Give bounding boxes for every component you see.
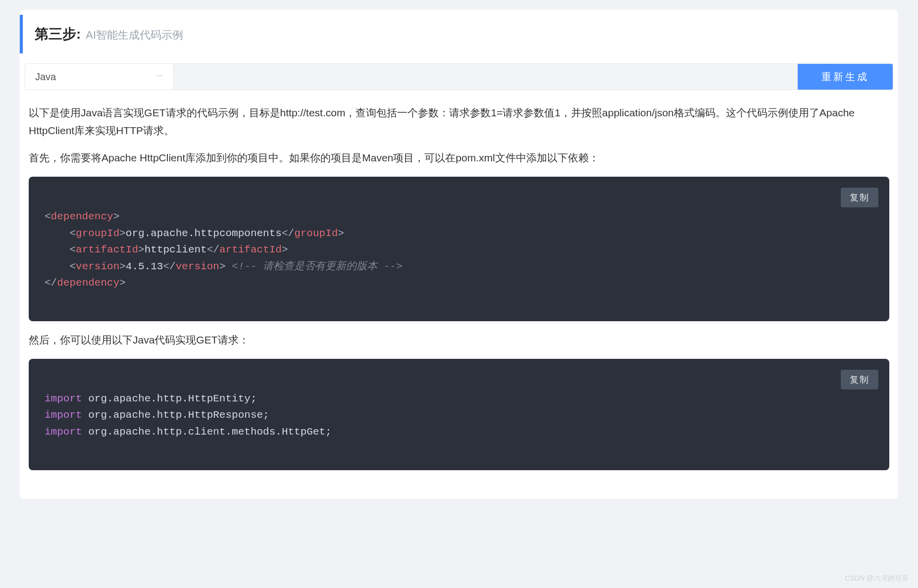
- step-subtitle: AI智能生成代码示例: [86, 28, 183, 43]
- step-header: 第三步: AI智能生成代码示例: [20, 15, 898, 53]
- copy-button[interactable]: 复制: [841, 188, 878, 207]
- regenerate-button[interactable]: 重新生成: [798, 64, 893, 90]
- code-block-java: 复制 import org.apache.http.HttpEntity; im…: [29, 359, 889, 470]
- main-panel: 第三步: AI智能生成代码示例 Java ﹀ 重新生成 以下是使用Java语言实…: [20, 10, 898, 499]
- java-import-code: import org.apache.http.HttpEntity; impor…: [45, 391, 873, 441]
- content-area: 以下是使用Java语言实现GET请求的代码示例，目标是http://test.c…: [20, 90, 898, 494]
- chevron-down-icon: ﹀: [156, 72, 163, 81]
- language-select[interactable]: Java ﹀: [25, 64, 174, 90]
- toolbar-spacer: [174, 64, 798, 90]
- intro-paragraph-3: 然后，你可以使用以下Java代码实现GET请求：: [29, 331, 889, 349]
- copy-button[interactable]: 复制: [841, 370, 878, 390]
- intro-paragraph-1: 以下是使用Java语言实现GET请求的代码示例，目标是http://test.c…: [29, 104, 889, 139]
- step-title: 第三步:: [35, 25, 81, 44]
- maven-dependency-code: <dependency> <groupId>org.apache.httpcom…: [45, 208, 873, 292]
- language-selected-value: Java: [35, 71, 56, 83]
- code-block-maven: 复制 <dependency> <groupId>org.apache.http…: [29, 177, 889, 321]
- toolbar: Java ﹀ 重新生成: [25, 63, 893, 90]
- intro-paragraph-2: 首先，你需要将Apache HttpClient库添加到你的项目中。如果你的项目…: [29, 149, 889, 167]
